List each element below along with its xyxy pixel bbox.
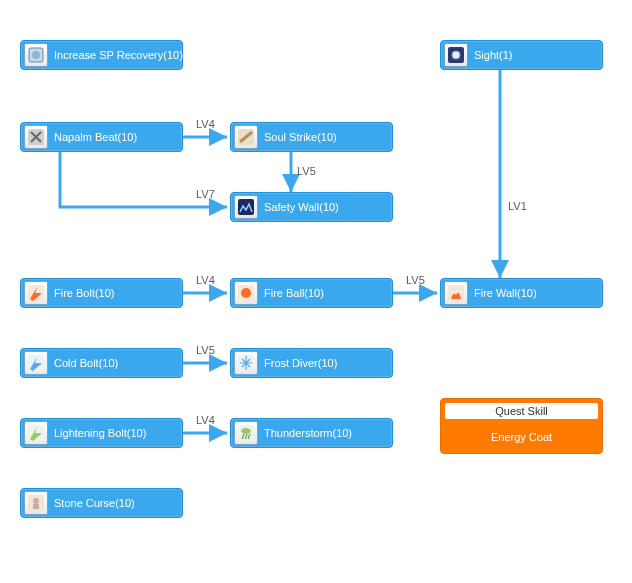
skill-label: Thunderstorm(10) <box>264 427 352 439</box>
fire-bolt-icon <box>24 281 48 305</box>
svg-rect-18 <box>33 504 39 509</box>
skill-frost-diver[interactable]: Frost Diver(10) <box>230 348 393 378</box>
fire-wall-icon <box>444 281 468 305</box>
svg-point-9 <box>241 288 251 298</box>
skill-label: Stone Curse(10) <box>54 497 135 509</box>
level-label: LV5 <box>196 344 215 356</box>
quest-skill-name: Energy Coat <box>441 423 602 453</box>
level-label: LV4 <box>196 274 215 286</box>
skill-label: Sight(1) <box>474 49 513 61</box>
skill-sight[interactable]: Sight(1) <box>440 40 603 70</box>
soul-strike-icon <box>234 125 258 149</box>
skill-label: Frost Diver(10) <box>264 357 337 369</box>
skill-thunderstorm[interactable]: Thunderstorm(10) <box>230 418 393 448</box>
skill-label: Soul Strike(10) <box>264 131 337 143</box>
quest-skill-title: Quest Skill <box>445 403 598 419</box>
skill-increase-sp-recovery[interactable]: Increase SP Recovery(10) <box>20 40 183 70</box>
level-label: LV1 <box>508 200 527 212</box>
skill-fire-wall[interactable]: Fire Wall(10) <box>440 278 603 308</box>
skill-fire-ball[interactable]: Fire Ball(10) <box>230 278 393 308</box>
skill-cold-bolt[interactable]: Cold Bolt(10) <box>20 348 183 378</box>
sight-icon <box>444 43 468 67</box>
skill-soul-strike[interactable]: Soul Strike(10) <box>230 122 393 152</box>
svg-point-1 <box>32 51 40 59</box>
skill-fire-bolt[interactable]: Fire Bolt(10) <box>20 278 183 308</box>
fire-ball-icon <box>234 281 258 305</box>
svg-point-17 <box>33 498 39 504</box>
level-label: LV5 <box>297 165 316 177</box>
napalm-beat-icon <box>24 125 48 149</box>
svg-point-3 <box>452 51 460 59</box>
skill-lightening-bolt[interactable]: Lightening Bolt(10) <box>20 418 183 448</box>
thunderstorm-icon <box>234 421 258 445</box>
stone-curse-icon <box>24 491 48 515</box>
skill-stone-curse[interactable]: Stone Curse(10) <box>20 488 183 518</box>
level-label: LV5 <box>406 274 425 286</box>
level-label: LV4 <box>196 118 215 130</box>
svg-rect-6 <box>238 199 254 215</box>
skill-safety-wall[interactable]: Safety Wall(10) <box>230 192 393 222</box>
skill-label: Napalm Beat(10) <box>54 131 137 143</box>
skill-label: Fire Bolt(10) <box>54 287 115 299</box>
skill-label: Cold Bolt(10) <box>54 357 118 369</box>
skill-label: Lightening Bolt(10) <box>54 427 146 439</box>
skill-label: Safety Wall(10) <box>264 201 339 213</box>
lightening-bolt-icon <box>24 421 48 445</box>
safety-wall-icon <box>234 195 258 219</box>
skill-label: Fire Wall(10) <box>474 287 537 299</box>
sp-recovery-icon <box>24 43 48 67</box>
skill-label: Fire Ball(10) <box>264 287 324 299</box>
skill-label: Increase SP Recovery(10) <box>54 49 183 61</box>
quest-skill-box: Quest Skill Energy Coat <box>440 398 603 454</box>
frost-diver-icon <box>234 351 258 375</box>
level-label: LV7 <box>196 188 215 200</box>
skill-tree-canvas: LV4 LV5 LV7 LV1 LV4 LV5 LV5 LV4 Increase… <box>0 0 632 583</box>
level-label: LV4 <box>196 414 215 426</box>
cold-bolt-icon <box>24 351 48 375</box>
svg-point-15 <box>241 428 251 434</box>
skill-napalm-beat[interactable]: Napalm Beat(10) <box>20 122 183 152</box>
